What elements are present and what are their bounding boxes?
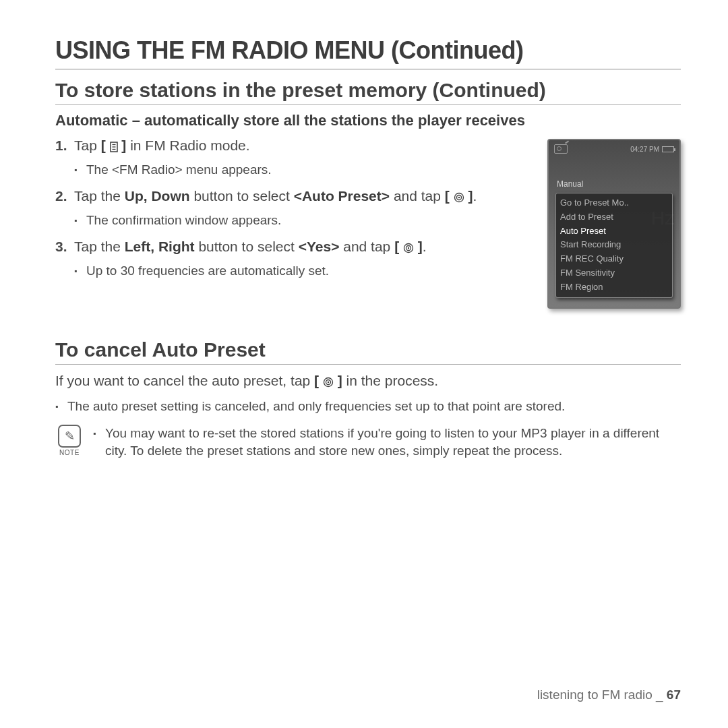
menu-icon	[110, 138, 118, 157]
battery-icon	[662, 146, 674, 152]
step-2-bold2: <Auto Preset>	[294, 188, 390, 204]
step-3-c: and tap	[339, 239, 394, 254]
step-1-text-a: Tap	[74, 138, 101, 153]
device-screenshot: 04:27 PM Manual Hz Go to Preset Mo.. Add…	[547, 139, 681, 309]
step-1-text-b: in FM Radio mode.	[126, 138, 249, 153]
step-2-bold1: Up, Down	[125, 188, 190, 204]
device-menu-item: FM Sensitivity	[560, 266, 668, 280]
device-menu-item: Add to Preset	[560, 210, 668, 224]
device-menu-item: Go to Preset Mo..	[560, 196, 668, 210]
select-icon	[323, 373, 334, 392]
step-3-bold1: Left, Right	[125, 239, 195, 254]
step-3-sub: Up to 30 frequencies are automatically s…	[74, 262, 533, 280]
step-3-d: .	[423, 239, 427, 254]
cancel-p-b: in the process.	[342, 373, 438, 388]
device-time: 04:27 PM	[630, 146, 659, 153]
pencil-icon: ✎	[65, 429, 75, 444]
device-menu-item: Start Recording	[560, 238, 668, 252]
select-icon	[454, 189, 464, 208]
steps-list: Tap [ ] in FM Radio mode. The <FM Radio>…	[55, 136, 533, 280]
subsection-automatic: Automatic – automatically store all the …	[55, 112, 681, 129]
svg-point-12	[328, 382, 329, 383]
note-text: You may want to re-set the stored statio…	[93, 425, 681, 459]
cancel-paragraph: If you want to cancel the auto preset, t…	[55, 371, 681, 392]
svg-point-9	[408, 247, 409, 249]
svg-point-6	[458, 197, 459, 198]
cancel-p-a: If you want to cancel the auto preset, t…	[55, 373, 314, 388]
step-3-b: button to select	[195, 239, 299, 254]
step-3-bold2: <Yes>	[299, 239, 340, 254]
section-store-stations: To store stations in the preset memory (…	[55, 79, 681, 105]
device-mode-label: Manual	[557, 179, 583, 189]
page-footer: listening to FM radio _ 67	[537, 688, 681, 702]
device-menu-item: FM REC Quality	[560, 252, 668, 266]
step-2-b: button to select	[190, 188, 294, 204]
note-label: NOTE	[59, 449, 80, 456]
note-badge: ✎ NOTE	[55, 425, 84, 456]
device-menu-item: FM Region	[560, 280, 668, 295]
step-3-a: Tap the	[74, 239, 125, 254]
step-1: Tap [ ] in FM Radio mode. The <FM Radio>…	[55, 136, 533, 179]
step-1-sub: The <FM Radio> menu appears.	[74, 161, 533, 179]
step-2-d: .	[473, 188, 477, 204]
footer-text: listening to FM radio _	[537, 688, 667, 702]
step-2-c: and tap	[390, 188, 445, 204]
device-menu-item-selected: Auto Preset	[560, 224, 668, 239]
step-2-a: Tap the	[74, 188, 125, 204]
select-icon	[403, 239, 414, 258]
cancel-sub: The auto preset setting is canceled, and…	[55, 398, 681, 415]
page-title: USING THE FM RADIO MENU (Continued)	[55, 36, 681, 69]
step-2-sub: The confirmation window appears.	[74, 212, 533, 229]
radio-icon	[554, 144, 568, 154]
page-number: 67	[667, 688, 681, 702]
section-cancel-auto-preset: To cancel Auto Preset	[55, 338, 681, 365]
step-3: Tap the Left, Right button to select <Ye…	[55, 237, 533, 280]
step-2: Tap the Up, Down button to select <Auto …	[55, 187, 533, 229]
device-menu: Go to Preset Mo.. Add to Preset Auto Pre…	[555, 193, 673, 298]
